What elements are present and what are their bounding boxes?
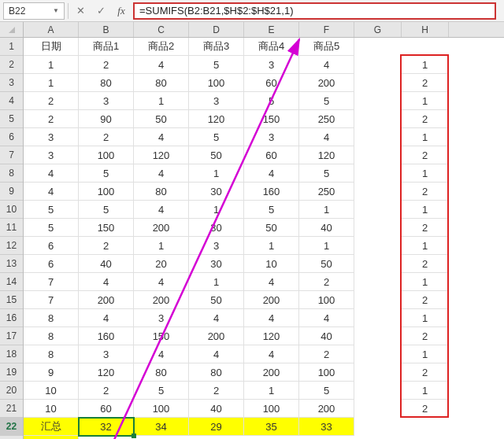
cell-D19[interactable]: 80 [189, 363, 244, 382]
cell-H14[interactable]: 1 [402, 273, 449, 291]
cell-E10[interactable]: 5 [244, 201, 299, 219]
cell-E4[interactable]: 5 [244, 92, 299, 110]
cell-B15[interactable]: 200 [79, 291, 134, 309]
cell-B22[interactable]: 32 [79, 418, 134, 436]
cell-H15[interactable]: 2 [402, 291, 449, 309]
cell-A11[interactable]: 5 [24, 219, 79, 237]
cell-E8[interactable]: 4 [244, 164, 299, 183]
row-header-19[interactable]: 19 [0, 363, 23, 382]
row-header-20[interactable]: 20 [0, 382, 23, 400]
cell-C9[interactable]: 80 [134, 183, 189, 201]
column-header-A[interactable]: A [24, 22, 79, 37]
cell-H19[interactable]: 2 [402, 363, 449, 382]
cell-C14[interactable]: 4 [134, 273, 189, 291]
cell-H2[interactable]: 1 [402, 56, 449, 74]
column-header-B[interactable]: B [79, 22, 134, 37]
cell-D18[interactable]: 4 [189, 345, 244, 363]
cell-C10[interactable]: 4 [134, 201, 189, 219]
cell-D8[interactable]: 1 [189, 164, 244, 183]
cell-B4[interactable]: 3 [79, 92, 134, 110]
row-header-11[interactable]: 11 [0, 219, 23, 237]
cell-C20[interactable]: 5 [134, 382, 189, 400]
fill-handle[interactable] [132, 433, 136, 438]
cell-F16[interactable]: 4 [299, 309, 354, 327]
cell-H4[interactable]: 1 [402, 92, 449, 110]
cell-H17[interactable]: 2 [402, 327, 449, 345]
cell-B1[interactable]: 商品1 [79, 38, 134, 56]
column-header-H[interactable]: H [402, 22, 449, 37]
cell-C13[interactable]: 20 [134, 255, 189, 273]
column-header-G[interactable]: G [354, 22, 402, 37]
cell-H16[interactable]: 1 [402, 309, 449, 327]
cell-D22[interactable]: 29 [189, 418, 244, 436]
cell-A22[interactable]: 汇总 [24, 418, 79, 436]
cell-H18[interactable]: 1 [402, 345, 449, 363]
fx-icon[interactable]: fx [113, 2, 130, 20]
cell-D5[interactable]: 120 [189, 110, 244, 128]
cell-A21[interactable]: 10 [24, 400, 79, 418]
cell-A3[interactable]: 1 [24, 74, 79, 92]
cell-B12[interactable]: 2 [79, 237, 134, 255]
row-header-7[interactable]: 7 [0, 146, 23, 164]
cell-E13[interactable]: 10 [244, 255, 299, 273]
cell-E22[interactable]: 35 [244, 418, 299, 436]
cell-D15[interactable]: 50 [189, 291, 244, 309]
cell-E9[interactable]: 160 [244, 183, 299, 201]
cell-F18[interactable]: 2 [299, 345, 354, 363]
cell-A19[interactable]: 9 [24, 363, 79, 382]
cell-C4[interactable]: 1 [134, 92, 189, 110]
cell-C2[interactable]: 4 [134, 56, 189, 74]
cell-B3[interactable]: 80 [79, 74, 134, 92]
row-header-1[interactable]: 1 [0, 38, 23, 56]
cell-B19[interactable]: 120 [79, 363, 134, 382]
cell-B13[interactable]: 40 [79, 255, 134, 273]
cell-E11[interactable]: 50 [244, 219, 299, 237]
cell-H20[interactable]: 1 [402, 382, 449, 400]
cell-E18[interactable]: 4 [244, 345, 299, 363]
cell-D7[interactable]: 50 [189, 146, 244, 164]
cell-D14[interactable]: 1 [189, 273, 244, 291]
cell-A12[interactable]: 6 [24, 237, 79, 255]
row-header-14[interactable]: 14 [0, 273, 23, 291]
cell-D12[interactable]: 3 [189, 237, 244, 255]
cell-E17[interactable]: 120 [244, 327, 299, 345]
cell-H5[interactable]: 2 [402, 110, 449, 128]
cell-B8[interactable]: 5 [79, 164, 134, 183]
cell-D3[interactable]: 100 [189, 74, 244, 92]
cell-A13[interactable]: 6 [24, 255, 79, 273]
cell-D16[interactable]: 4 [189, 309, 244, 327]
cell-H11[interactable]: 2 [402, 219, 449, 237]
cell-B5[interactable]: 90 [79, 110, 134, 128]
row-header-4[interactable]: 4 [0, 92, 23, 110]
cell-C3[interactable]: 80 [134, 74, 189, 92]
cell-H10[interactable]: 1 [402, 201, 449, 219]
cell-A17[interactable]: 8 [24, 327, 79, 345]
cell-F17[interactable]: 40 [299, 327, 354, 345]
cell-E3[interactable]: 60 [244, 74, 299, 92]
cell-F10[interactable]: 1 [299, 201, 354, 219]
row-header-18[interactable]: 18 [0, 345, 23, 363]
cell-C22[interactable]: 34 [134, 418, 189, 436]
cell-H9[interactable]: 2 [402, 183, 449, 201]
cell-B16[interactable]: 4 [79, 309, 134, 327]
cell-E7[interactable]: 60 [244, 146, 299, 164]
cell-H13[interactable]: 2 [402, 255, 449, 273]
cell-A1[interactable]: 日期 [24, 38, 79, 56]
row-header-12[interactable]: 12 [0, 237, 23, 255]
cell-E21[interactable]: 100 [244, 400, 299, 418]
cell-A14[interactable]: 7 [24, 273, 79, 291]
cell-F11[interactable]: 40 [299, 219, 354, 237]
cell-C16[interactable]: 3 [134, 309, 189, 327]
cell-A16[interactable]: 8 [24, 309, 79, 327]
row-header-22[interactable]: 22 [0, 418, 23, 436]
cell-C21[interactable]: 100 [134, 400, 189, 418]
cell-H12[interactable]: 1 [402, 237, 449, 255]
cell-A4[interactable]: 2 [24, 92, 79, 110]
accept-icon[interactable]: ✓ [92, 2, 109, 20]
cell-H7[interactable]: 2 [402, 146, 449, 164]
cell-A15[interactable]: 7 [24, 291, 79, 309]
cell-F21[interactable]: 200 [299, 400, 354, 418]
cell-C7[interactable]: 120 [134, 146, 189, 164]
cell-E12[interactable]: 1 [244, 237, 299, 255]
cell-D13[interactable]: 30 [189, 255, 244, 273]
